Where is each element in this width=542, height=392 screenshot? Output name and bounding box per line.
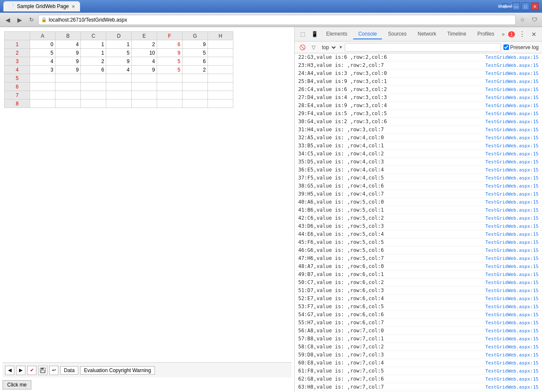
cell-8-1[interactable] <box>55 99 81 108</box>
cell-4-4[interactable]: 9 <box>132 66 157 74</box>
reload-btn[interactable]: ↻ <box>26 15 36 25</box>
console-source-1[interactable]: TestGridWeb.aspx:15 <box>485 63 539 68</box>
console-source-24[interactable]: TestGridWeb.aspx:15 <box>485 248 539 253</box>
cell-3-4[interactable]: 4 <box>132 57 157 66</box>
cell-8-5[interactable] <box>157 99 183 108</box>
console-source-7[interactable]: TestGridWeb.aspx:15 <box>485 111 539 116</box>
console-source-5[interactable]: TestGridWeb.aspx:15 <box>485 95 539 100</box>
cell-3-1[interactable]: 9 <box>55 57 81 66</box>
cell-7-6[interactable] <box>183 91 208 99</box>
console-source-36[interactable]: TestGridWeb.aspx:15 <box>485 344 539 350</box>
console-source-8[interactable]: TestGridWeb.aspx:15 <box>485 119 539 124</box>
browser-tab[interactable]: 📄 Sample GridWeb Page ✕ <box>3 1 80 11</box>
console-source-12[interactable]: TestGridWeb.aspx:15 <box>485 151 539 157</box>
bookmark-btn[interactable]: ☆ <box>517 15 528 25</box>
cell-2-5[interactable]: 9 <box>157 49 183 57</box>
cell-6-0[interactable] <box>30 83 55 91</box>
tab-console[interactable]: Console <box>353 29 382 39</box>
console-source-34[interactable]: TestGridWeb.aspx:15 <box>485 328 539 334</box>
close-btn[interactable]: ✕ <box>531 3 539 10</box>
cell-2-3[interactable]: 5 <box>106 49 132 57</box>
inspect-element-btn[interactable]: ⬚ <box>297 29 308 40</box>
cell-6-2[interactable] <box>81 83 106 91</box>
tab-profiles[interactable]: Profiles <box>472 29 499 39</box>
cell-1-7[interactable] <box>208 40 233 49</box>
cell-6-3[interactable] <box>106 83 132 91</box>
cell-2-7[interactable] <box>208 49 233 57</box>
device-mode-btn[interactable]: 📱 <box>309 29 320 40</box>
cell-3-6[interactable]: 6 <box>183 57 208 66</box>
cell-1-5[interactable]: 6 <box>157 40 183 49</box>
cell-1-0[interactable]: 0 <box>30 40 55 49</box>
tab-close-btn[interactable]: ✕ <box>72 4 75 9</box>
preserve-log-checkbox[interactable] <box>503 44 509 50</box>
cell-5-7[interactable] <box>208 74 233 83</box>
console-source-2[interactable]: TestGridWeb.aspx:15 <box>485 71 539 76</box>
cell-2-6[interactable]: 5 <box>183 49 208 57</box>
cell-6-7[interactable] <box>208 83 233 91</box>
console-source-29[interactable]: TestGridWeb.aspx:15 <box>485 288 539 293</box>
console-source-39[interactable]: TestGridWeb.aspx:15 <box>485 368 539 374</box>
console-source-11[interactable]: TestGridWeb.aspx:15 <box>485 143 539 149</box>
console-source-20[interactable]: TestGridWeb.aspx:15 <box>485 215 539 221</box>
tab-network[interactable]: Network <box>412 29 441 39</box>
console-source-33[interactable]: TestGridWeb.aspx:15 <box>485 320 539 326</box>
console-source-3[interactable]: TestGridWeb.aspx:15 <box>485 79 539 84</box>
context-select[interactable]: top <box>320 44 337 51</box>
console-source-25[interactable]: TestGridWeb.aspx:15 <box>485 256 539 261</box>
cell-3-3[interactable]: 9 <box>106 57 132 66</box>
cell-1-4[interactable]: 2 <box>132 40 157 49</box>
cell-5-3[interactable] <box>106 74 132 83</box>
cell-8-3[interactable] <box>106 99 132 108</box>
grid-container[interactable]: A B C D E F G H 104112692591510953492945… <box>0 27 294 361</box>
maximize-btn[interactable]: □ <box>522 3 529 10</box>
cell-5-6[interactable] <box>183 74 208 83</box>
extensions-btn[interactable]: 🛡 <box>529 15 539 25</box>
cell-3-5[interactable]: 5 <box>157 57 183 66</box>
console-source-32[interactable]: TestGridWeb.aspx:15 <box>485 312 539 317</box>
console-source-22[interactable]: TestGridWeb.aspx:15 <box>485 232 539 237</box>
cell-6-5[interactable] <box>157 83 183 91</box>
more-tabs-btn[interactable]: » <box>500 30 506 39</box>
url-input[interactable] <box>49 17 513 23</box>
console-source-37[interactable]: TestGridWeb.aspx:15 <box>485 352 539 358</box>
cell-2-1[interactable]: 9 <box>55 49 81 57</box>
cell-3-2[interactable]: 2 <box>81 57 106 66</box>
cell-7-1[interactable] <box>55 91 81 99</box>
cell-5-1[interactable] <box>55 74 81 83</box>
cell-8-4[interactable] <box>132 99 157 108</box>
cell-2-2[interactable]: 1 <box>81 49 106 57</box>
console-source-38[interactable]: TestGridWeb.aspx:15 <box>485 360 539 366</box>
forward-btn[interactable]: ▶ <box>14 15 25 25</box>
console-filter-input[interactable] <box>345 43 501 52</box>
cell-1-2[interactable]: 1 <box>81 40 106 49</box>
tab-elements[interactable]: Elements <box>321 29 352 39</box>
cell-7-0[interactable] <box>30 91 55 99</box>
console-source-30[interactable]: TestGridWeb.aspx:15 <box>485 296 539 301</box>
cell-4-3[interactable]: 4 <box>106 66 132 74</box>
cell-8-7[interactable] <box>208 99 233 108</box>
console-source-28[interactable]: TestGridWeb.aspx:15 <box>485 280 539 285</box>
console-source-40[interactable]: TestGridWeb.aspx:15 <box>485 376 539 382</box>
console-output[interactable]: 22:G3,value is:6 ,row:2,col:6TestGridWeb… <box>295 53 542 392</box>
console-source-17[interactable]: TestGridWeb.aspx:15 <box>485 191 539 197</box>
cell-3-0[interactable]: 4 <box>30 57 55 66</box>
cell-7-3[interactable] <box>106 91 132 99</box>
back-btn[interactable]: ◀ <box>3 15 13 25</box>
console-source-15[interactable]: TestGridWeb.aspx:15 <box>485 175 539 181</box>
cell-4-7[interactable] <box>208 66 233 74</box>
cell-5-4[interactable] <box>132 74 157 83</box>
cell-3-7[interactable] <box>208 57 233 66</box>
minimize-btn[interactable]: — <box>512 3 520 10</box>
console-source-21[interactable]: TestGridWeb.aspx:15 <box>485 224 539 229</box>
console-source-9[interactable]: TestGridWeb.aspx:15 <box>485 127 539 133</box>
console-source-23[interactable]: TestGridWeb.aspx:15 <box>485 240 539 245</box>
cell-8-6[interactable] <box>183 99 208 108</box>
console-source-16[interactable]: TestGridWeb.aspx:15 <box>485 183 539 189</box>
filter-btn[interactable]: ▽ <box>309 43 318 52</box>
cell-8-0[interactable] <box>30 99 55 108</box>
console-source-26[interactable]: TestGridWeb.aspx:15 <box>485 264 539 269</box>
cell-5-5[interactable] <box>157 74 183 83</box>
console-source-19[interactable]: TestGridWeb.aspx:15 <box>485 207 539 213</box>
cell-7-4[interactable] <box>132 91 157 99</box>
